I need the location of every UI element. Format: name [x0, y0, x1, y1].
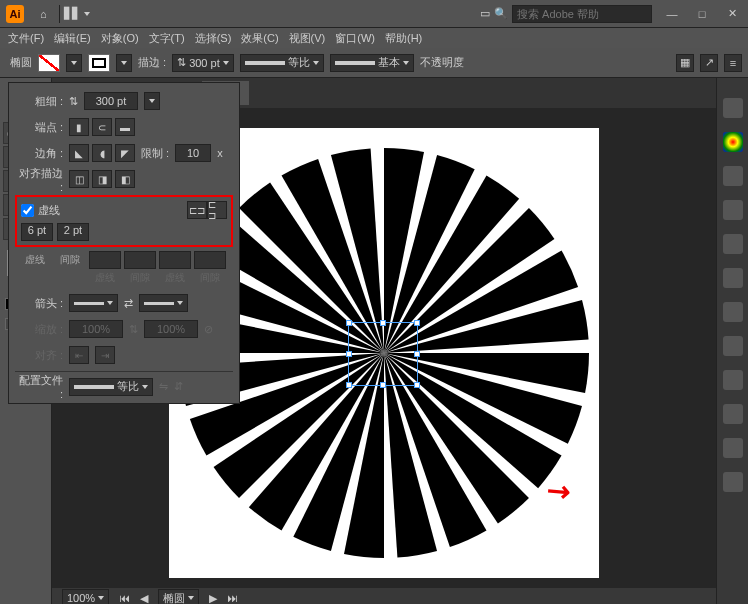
- gap-1[interactable]: 2 pt: [57, 223, 89, 241]
- profile-panel-dropdown[interactable]: 等比: [69, 378, 153, 396]
- dash-1[interactable]: 6 pt: [21, 223, 53, 241]
- dash-align-icon[interactable]: ⊏ ⊐: [207, 201, 227, 219]
- stroke-label: 描边 :: [138, 55, 166, 70]
- titlebar: Ai ⌂ ▋▋ ▭ 🔍 — □ ✕: [0, 0, 748, 28]
- gap-3[interactable]: [194, 251, 226, 269]
- panel-menu-icon[interactable]: ≡: [724, 54, 742, 72]
- nav-last-icon[interactable]: ⏭: [227, 592, 238, 604]
- app-logo: Ai: [6, 5, 24, 23]
- arrow-align-1[interactable]: ⇤: [69, 346, 89, 364]
- gap-2[interactable]: [124, 251, 156, 269]
- search-input[interactable]: [512, 5, 652, 23]
- limit-unit: x: [217, 147, 223, 159]
- arrow-start[interactable]: [69, 294, 118, 312]
- stroke-swatch[interactable]: [88, 54, 110, 72]
- swatches-panel-icon[interactable]: [723, 166, 743, 186]
- align-icon[interactable]: ▦: [676, 54, 694, 72]
- align-stroke-label: 对齐描边 :: [15, 166, 63, 193]
- corner-miter[interactable]: ◣: [69, 144, 89, 162]
- dash-preserve-icon[interactable]: ⊏⊐: [187, 201, 207, 219]
- corner-bevel[interactable]: ◤: [115, 144, 135, 162]
- close-button[interactable]: ✕: [722, 6, 742, 22]
- stroke-dropdown[interactable]: [116, 54, 132, 72]
- align-outside[interactable]: ◧: [115, 170, 135, 188]
- home-icon[interactable]: ⌂: [40, 8, 47, 20]
- scale-disabled-icon: ⊘: [204, 323, 213, 336]
- corner-label: 边角 :: [15, 146, 63, 161]
- cap-projecting[interactable]: ▬: [115, 118, 135, 136]
- fill-dropdown[interactable]: [66, 54, 82, 72]
- transparency-panel-icon[interactable]: [723, 302, 743, 322]
- weight-label: 粗细 :: [15, 94, 63, 109]
- maximize-button[interactable]: □: [692, 6, 712, 22]
- menu-object[interactable]: 对象(O): [101, 31, 139, 46]
- dash-label: 虚线: [38, 203, 60, 218]
- cap-butt[interactable]: ▮: [69, 118, 89, 136]
- dash-3[interactable]: [159, 251, 191, 269]
- menubar: 文件(F) 编辑(E) 对象(O) 文字(T) 选择(S) 效果(C) 视图(V…: [0, 28, 748, 48]
- appearance-panel-icon[interactable]: [723, 370, 743, 390]
- arrow-scale-2[interactable]: 100%: [144, 320, 198, 338]
- workspace-switcher[interactable]: ▋▋: [64, 7, 90, 20]
- opacity-label[interactable]: 不透明度: [420, 55, 464, 70]
- minimize-button[interactable]: —: [662, 6, 682, 22]
- cap-round[interactable]: ⊂: [92, 118, 112, 136]
- right-dock: [716, 78, 748, 604]
- symbols-panel-icon[interactable]: [723, 234, 743, 254]
- nav-first-icon[interactable]: ⏮: [119, 592, 130, 604]
- search-icon: 🔍: [494, 7, 508, 20]
- zoom-field[interactable]: 100%: [62, 589, 109, 604]
- color-panel-icon[interactable]: [723, 132, 743, 152]
- arrow-align-2[interactable]: ⇥: [95, 346, 115, 364]
- profile-dropdown[interactable]: 等比: [240, 54, 324, 72]
- arrow-end[interactable]: [139, 294, 188, 312]
- arrow-align-label: 对齐 :: [15, 348, 63, 363]
- status-bar: 100% ⏮ ◀ 椭圆 ▶ ⏭: [52, 588, 716, 604]
- align-inside[interactable]: ◨: [92, 170, 112, 188]
- gradient-panel-icon[interactable]: [723, 336, 743, 356]
- brushes-panel-icon[interactable]: [723, 200, 743, 220]
- properties-panel-icon[interactable]: [723, 98, 743, 118]
- selection-type: 椭圆: [10, 55, 32, 70]
- menu-type[interactable]: 文字(T): [149, 31, 185, 46]
- arrow-scale-label: 缩放 :: [15, 322, 63, 337]
- weight-field[interactable]: 300 pt: [84, 92, 138, 110]
- nav-next-icon[interactable]: ▶: [209, 592, 217, 605]
- limit-field[interactable]: 10: [175, 144, 211, 162]
- arrow-scale-1[interactable]: 100%: [69, 320, 123, 338]
- menu-effect[interactable]: 效果(C): [241, 31, 278, 46]
- flip-horiz-icon[interactable]: ⇋: [159, 380, 168, 393]
- menu-file[interactable]: 文件(F): [8, 31, 44, 46]
- dash-lbl-1: 虚线: [19, 253, 51, 267]
- link-scale-icon[interactable]: ⇅: [129, 323, 138, 336]
- align-center[interactable]: ◫: [69, 170, 89, 188]
- menu-help[interactable]: 帮助(H): [385, 31, 422, 46]
- stroke-weight-field[interactable]: ⇅300 pt: [172, 54, 234, 72]
- corner-round[interactable]: ◖: [92, 144, 112, 162]
- menu-select[interactable]: 选择(S): [195, 31, 232, 46]
- layers-panel-icon[interactable]: [723, 404, 743, 424]
- stroke-panel-icon[interactable]: [723, 268, 743, 288]
- swap-arrows-icon[interactable]: ⇄: [124, 297, 133, 310]
- weight-dropdown[interactable]: [144, 92, 160, 110]
- menu-view[interactable]: 视图(V): [289, 31, 326, 46]
- artboards-panel-icon[interactable]: [723, 472, 743, 492]
- dash-highlight: 虚线 ⊏⊐ ⊏ ⊐ 6 pt 2 pt: [15, 195, 233, 247]
- flip-vert-icon[interactable]: ⇵: [174, 380, 183, 393]
- arrow-label: 箭头 :: [15, 296, 63, 311]
- dash-2[interactable]: [89, 251, 121, 269]
- transform-icon[interactable]: ↗: [700, 54, 718, 72]
- arrange-icon[interactable]: ▭: [480, 7, 490, 20]
- nav-prev-icon[interactable]: ◀: [140, 592, 148, 605]
- brush-dropdown[interactable]: 基本: [330, 54, 414, 72]
- artboard-name[interactable]: 椭圆: [158, 589, 199, 604]
- menu-window[interactable]: 窗口(W): [335, 31, 375, 46]
- dash-checkbox[interactable]: [21, 204, 34, 217]
- asset-panel-icon[interactable]: [723, 438, 743, 458]
- menu-edit[interactable]: 编辑(E): [54, 31, 91, 46]
- stepper-icon[interactable]: ⇅: [69, 95, 78, 108]
- cap-label: 端点 :: [15, 120, 63, 135]
- selection-bounds: [348, 322, 418, 386]
- limit-label: 限制 :: [141, 146, 169, 161]
- fill-swatch[interactable]: [38, 54, 60, 72]
